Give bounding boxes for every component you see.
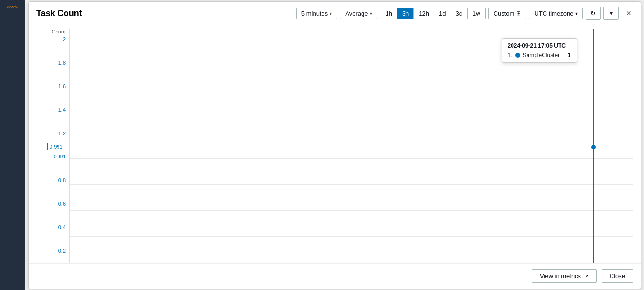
toolbar: 5 minutes ▾ Average ▾ 1h 3h 12h 1d 3d 1w: [296, 7, 619, 20]
interval-select[interactable]: 5 minutes ▾: [296, 8, 337, 19]
timezone-label: UTC timezone: [534, 10, 573, 17]
chart-plot: 2024-09-21 17:05 UTC 1. SampleCluster 1 …: [69, 29, 633, 263]
stat-chevron-icon: ▾: [370, 11, 372, 16]
external-link-icon: ↗: [585, 273, 589, 279]
y-tick-1-6: 1.6: [36, 83, 66, 89]
custom-label: Custom: [494, 10, 515, 17]
interval-chevron-icon: ▾: [330, 11, 332, 16]
grid-line-6: [70, 184, 633, 185]
modal-title: Task Count: [36, 8, 82, 18]
refresh-button[interactable]: ↻: [586, 7, 601, 20]
more-options-button[interactable]: ▾: [603, 7, 619, 20]
chart-area: Count 2 1.8 1.6 1.4 1.2 0.991 0.8 0.6 0.…: [29, 25, 641, 263]
grid-line-3: [70, 107, 633, 107]
grid-line-data: [70, 176, 633, 176]
time-range-12h[interactable]: 12h: [414, 8, 434, 19]
tooltip-value: 1: [568, 52, 571, 58]
tooltip-date: 2024-09-21 17:05 UTC: [508, 42, 571, 49]
close-button[interactable]: Close: [602, 269, 633, 283]
data-point: [591, 145, 596, 149]
time-range-1w[interactable]: 1w: [468, 8, 485, 19]
tooltip-cluster-label: SampleCluster: [523, 52, 565, 58]
task-count-modal: Task Count 5 minutes ▾ Average ▾ 1h 3h 1…: [28, 1, 641, 289]
aws-sidebar: aws: [0, 0, 25, 290]
y-tick-1-2: 1.2: [36, 131, 66, 136]
data-line: [70, 147, 633, 147]
timezone-select[interactable]: UTC timezone ▾: [529, 8, 583, 19]
modal-header: Task Count 5 minutes ▾ Average ▾ 1h 3h 1…: [29, 2, 641, 25]
custom-button[interactable]: Custom ⊞: [488, 8, 527, 19]
interval-label: 5 minutes: [301, 10, 328, 17]
custom-grid-icon: ⊞: [516, 10, 521, 17]
tooltip-dot: [515, 53, 520, 58]
modal-footer: View in metrics ↗ Close: [29, 263, 641, 289]
grid-line-5: [70, 158, 633, 159]
y-tick-0-6: 0.6: [36, 201, 66, 207]
chevron-down-icon: ▾: [610, 9, 613, 17]
timezone-chevron-icon: ▾: [575, 11, 578, 16]
tooltip-item: 1. SampleCluster 1: [508, 52, 571, 58]
close-icon: ×: [626, 8, 631, 18]
y-tick-1-8: 1.8: [36, 60, 66, 66]
tooltip-index: 1.: [508, 52, 512, 58]
grid-line-4: [70, 133, 633, 133]
grid-line-top: [70, 29, 633, 29]
view-metrics-button[interactable]: View in metrics ↗: [532, 269, 597, 283]
time-range-1d[interactable]: 1d: [434, 8, 451, 19]
stat-select[interactable]: Average ▾: [340, 8, 377, 19]
stat-label: Average: [345, 10, 368, 17]
y-tick-1-4: 1.4: [36, 107, 66, 113]
crosshair: [593, 29, 594, 263]
time-range-3h[interactable]: 3h: [397, 8, 414, 19]
view-metrics-label: View in metrics: [540, 273, 581, 280]
grid-line-8: [70, 236, 633, 237]
time-range-3d[interactable]: 3d: [451, 8, 468, 19]
y-tick-2: 2: [36, 36, 66, 42]
y-axis-label: Count: [36, 29, 66, 34]
y-tick-0-4: 0.4: [36, 224, 66, 230]
time-range-group: 1h 3h 12h 1d 3d 1w: [380, 8, 485, 19]
y-tick-0-2: 0.2: [36, 248, 66, 254]
grid-line-2: [70, 81, 633, 81]
grid-line-7: [70, 210, 633, 211]
close-modal-button[interactable]: ×: [624, 7, 633, 20]
grid-line-bottom: [70, 263, 633, 263]
time-range-1h[interactable]: 1h: [380, 8, 397, 19]
tooltip: 2024-09-21 17:05 UTC 1. SampleCluster 1: [502, 38, 577, 63]
chart-container: Count 2 1.8 1.6 1.4 1.2 0.991 0.8 0.6 0.…: [36, 29, 633, 263]
y-tick-0-8: 0.8: [36, 177, 66, 183]
refresh-icon: ↻: [590, 9, 596, 17]
y-tick-0-991: 0.991: [36, 154, 66, 159]
aws-logo: aws: [0, 0, 25, 13]
data-value-label: 0.991: [47, 143, 65, 150]
